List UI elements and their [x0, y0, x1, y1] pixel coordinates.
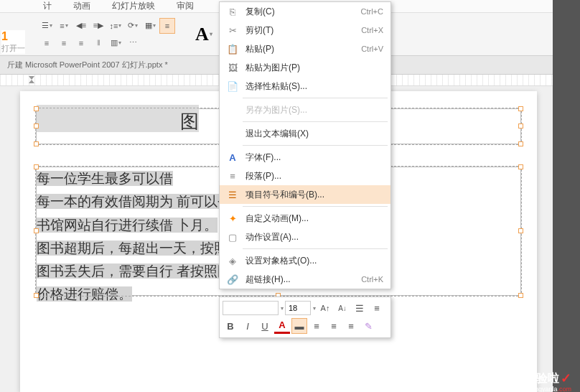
increase-font-icon[interactable]: A↑ — [317, 300, 333, 316]
format-icon: ◈ — [225, 256, 240, 266]
resize-handle[interactable] — [518, 141, 523, 146]
align-justify-icon[interactable]: ≡ — [73, 35, 89, 51]
indent-increase-icon[interactable]: ≡▶ — [90, 18, 106, 34]
star-icon: ✦ — [225, 213, 240, 224]
tab-review[interactable]: 审阅 — [177, 0, 194, 12]
resize-handle[interactable] — [34, 141, 39, 146]
menu-paste-as-picture[interactable]: 🖼粘贴为图片(P) — [220, 58, 390, 77]
body-text[interactable]: 书馆网站自行进行续借 卜月。 — [37, 218, 218, 233]
align-center-icon[interactable]: ≡ — [326, 318, 342, 334]
resize-handle[interactable] — [34, 164, 39, 169]
resize-handle[interactable] — [518, 293, 523, 298]
body-text[interactable]: 每一位学生最多可以借 — [37, 171, 173, 186]
menu-action-settings[interactable]: ▢动作设置(A)... — [220, 228, 390, 246]
menu-custom-animation[interactable]: ✦自定义动画(M)... — [220, 209, 390, 228]
action-icon: ▢ — [225, 232, 240, 243]
paste-icon: 📋 — [225, 44, 240, 55]
link-icon: 🔗 — [225, 274, 240, 285]
menu-hyperlink[interactable]: 🔗超链接(H)...Ctrl+K — [220, 270, 390, 289]
italic-icon[interactable]: I — [240, 318, 256, 334]
menu-paste[interactable]: 📋粘贴(P)Ctrl+V — [220, 39, 390, 58]
svg-marker-1 — [29, 80, 34, 83]
resize-handle[interactable] — [518, 164, 523, 169]
resize-handle[interactable] — [518, 123, 523, 129]
svg-marker-0 — [29, 76, 34, 80]
mini-font-size[interactable] — [285, 301, 311, 315]
copy-icon: ⎘ — [225, 6, 240, 17]
format-painter-icon[interactable]: ✎ — [360, 318, 376, 334]
more-icon[interactable]: ⋯ — [125, 35, 141, 51]
bullet-list-icon[interactable]: ☰ — [352, 300, 368, 316]
font-icon: A — [225, 152, 240, 163]
highlight-icon[interactable]: ▬ — [291, 318, 307, 334]
align-right-icon[interactable]: ≡ — [343, 318, 359, 334]
columns-icon[interactable]: ▥▾ — [108, 35, 123, 51]
mini-toolbar: ▾ ▾ A↑ A↓ ☰ ≡ B I U A ▬ ≡ ≡ ≡ ✎ — [219, 297, 391, 338]
align-text-icon[interactable]: ▦▾ — [142, 18, 158, 34]
text-direction-icon[interactable]: ⟳▾ — [125, 18, 141, 34]
list-icon: ☰ — [225, 190, 240, 200]
bullet-list-icon[interactable]: ☰▾ — [39, 18, 55, 34]
indent-marker[interactable] — [29, 76, 34, 83]
line-spacing-icon[interactable]: ↕≡▾ — [108, 18, 123, 34]
menu-paste-special[interactable]: 📄选择性粘贴(S)... — [220, 77, 390, 95]
cut-icon: ✂ — [225, 25, 240, 36]
menu-format-object[interactable]: ◈设置对象格式(O)... — [220, 251, 390, 270]
distribute-icon[interactable]: ⫴ — [90, 35, 106, 51]
menu-exit-text-edit[interactable]: 退出文本编辑(X) — [220, 124, 390, 143]
wordart-styles-button[interactable]: A▾ — [191, 22, 217, 47]
slide-counter: 1 打开一 — [1, 30, 25, 54]
align-left-icon[interactable]: ≡ — [309, 318, 324, 334]
paste-special-icon: 📄 — [225, 81, 240, 92]
decrease-font-icon[interactable]: A↓ — [335, 300, 350, 316]
tab-animation[interactable]: 动画 — [73, 0, 90, 12]
align-left-icon[interactable]: ≡ — [159, 18, 175, 34]
numbered-list-icon[interactable]: ≡ — [369, 300, 385, 316]
tab-design[interactable]: 计 — [43, 0, 52, 12]
resize-handle[interactable] — [34, 228, 39, 233]
resize-handle[interactable] — [34, 123, 39, 129]
font-color-icon[interactable]: A — [274, 318, 290, 334]
watermark: 经验啦 ✓ jingyanla.com — [525, 370, 571, 386]
paragraph-icon: ≡ — [225, 171, 240, 182]
resize-handle[interactable] — [518, 228, 523, 233]
mini-font-family[interactable] — [223, 301, 279, 315]
menu-cut[interactable]: ✂剪切(T)Ctrl+X — [220, 21, 390, 39]
context-menu: ⎘复制(C)Ctrl+C ✂剪切(T)Ctrl+X 📋粘贴(P)Ctrl+V 🖼… — [219, 1, 391, 289]
title-text[interactable]: 图 — [37, 105, 199, 132]
resize-handle[interactable] — [518, 106, 523, 111]
tab-slideshow[interactable]: 幻灯片放映 — [112, 0, 155, 12]
menu-font[interactable]: A字体(F)... — [220, 148, 390, 167]
resize-handle[interactable] — [34, 293, 39, 298]
menu-save-as-picture: 另存为图片(S)... — [220, 101, 390, 119]
paste-pic-icon: 🖼 — [225, 62, 240, 73]
indent-decrease-icon[interactable]: ◀≡ — [73, 18, 89, 34]
menu-paragraph[interactable]: ≡段落(P)... — [220, 167, 390, 185]
align-center-icon[interactable]: ≡ — [39, 35, 55, 51]
menu-copy[interactable]: ⎘复制(C)Ctrl+C — [220, 2, 390, 21]
bold-icon[interactable]: B — [223, 318, 238, 334]
numbered-list-icon[interactable]: ≡▾ — [56, 18, 72, 34]
right-panel-edge — [553, 0, 580, 392]
underline-icon[interactable]: U — [257, 318, 273, 334]
resize-handle[interactable] — [34, 106, 39, 111]
menu-bullets-numbering[interactable]: ☰项目符号和编号(B)... — [220, 185, 390, 204]
body-text[interactable]: 价格进行赔偿。 — [37, 286, 132, 302]
align-right-icon[interactable]: ≡ — [56, 35, 72, 51]
